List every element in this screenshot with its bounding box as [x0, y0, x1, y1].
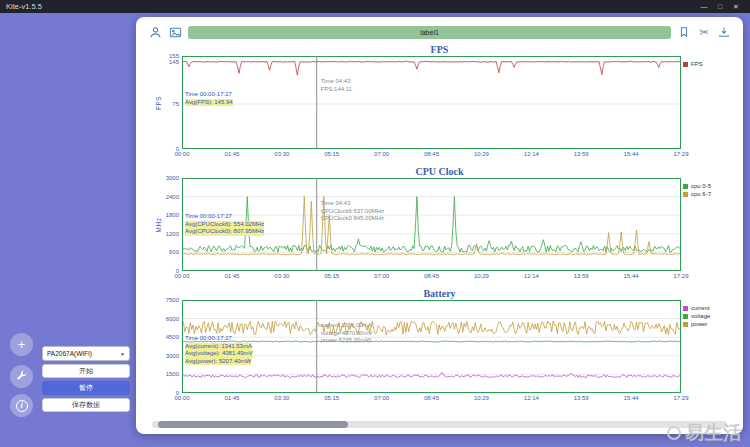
- x-tick-label: 12:14: [524, 273, 539, 279]
- plot-area: [182, 56, 681, 149]
- close-button[interactable]: ✕: [728, 3, 744, 11]
- y-tick-label: 600: [169, 249, 179, 255]
- cursor-tooltip: Time 04:43CPUClock6 537.00MHzCPUClock0 8…: [321, 200, 384, 223]
- y-tick-label: 7500: [166, 297, 179, 303]
- window-title: Kite-v1.5.5: [6, 2, 696, 11]
- x-tick-label: 08:45: [424, 395, 439, 401]
- scrollbar-thumb[interactable]: [158, 421, 348, 428]
- main-card: label1 ✂ FPS 07514515500:0001:4503:3005:…: [136, 17, 743, 434]
- y-tick-label: 3000: [166, 175, 179, 181]
- maximize-button[interactable]: □: [712, 3, 728, 10]
- legend-item: cpu 0-5: [683, 183, 733, 189]
- x-tick-label: 13:59: [574, 273, 589, 279]
- x-tick-label: 01:45: [224, 273, 239, 279]
- summary-tooltip: Time 00:00-17:27Avg(current): 1341.53mAA…: [185, 335, 253, 365]
- x-tick-label: 07:00: [374, 273, 389, 279]
- chart-section-battery: Battery 01500300045006000750000:0001:450…: [144, 287, 735, 407]
- summary-line: Avg(CPUClock0): 807.95MHz: [185, 228, 264, 236]
- wrench-icon: [16, 369, 28, 384]
- summary-tooltip: Time 00:00-17:27Avg(FPS): 145.94: [185, 91, 233, 106]
- series-line-current: [182, 373, 681, 378]
- summary-line: Avg(power): 5207.40mW: [185, 358, 251, 366]
- x-tick-label: 15:44: [624, 273, 639, 279]
- charts-container: FPS 07514515500:0001:4503:3005:1507:0008…: [142, 42, 737, 417]
- summary-line: Avg(voltage): 4081.49mV: [185, 350, 253, 358]
- y-axis-label: MHz: [155, 217, 162, 232]
- summary-line: Avg(FPS): 145.94: [185, 99, 233, 107]
- summary-line: Time 00:00-17:27: [185, 91, 232, 99]
- horizontal-scrollbar[interactable]: [152, 421, 727, 428]
- legend-swatch: [683, 322, 688, 327]
- summary-line: Time 00:00-17:27: [185, 335, 232, 343]
- x-tick-label: 03:30: [274, 273, 289, 279]
- x-tick-label: 08:45: [424, 151, 439, 157]
- screenshot-icon[interactable]: [168, 25, 182, 39]
- label-text: label1: [420, 29, 439, 36]
- summary-line: Avg(current): 1341.53mA: [185, 343, 252, 351]
- chart-canvas-cpu-clock[interactable]: 0600120018002400300000:0001:4503:3005:15…: [182, 178, 681, 271]
- legend-swatch: [683, 306, 688, 311]
- legend-label: FPS: [691, 61, 703, 67]
- series-line-voltage: [182, 341, 681, 342]
- plus-icon: +: [18, 337, 26, 352]
- x-tick-label: 15:44: [624, 395, 639, 401]
- legend-item: cpu 6-7: [683, 191, 733, 197]
- export-icon[interactable]: [717, 25, 731, 39]
- add-button[interactable]: +: [10, 333, 33, 356]
- chart-title-battery: Battery: [144, 287, 735, 300]
- y-axis-label: FPS: [155, 95, 162, 109]
- legend-label: cpu 6-7: [691, 191, 711, 197]
- x-tick-label: 07:00: [374, 151, 389, 157]
- y-tick-label: 1200: [166, 231, 179, 237]
- info-button[interactable]: i: [10, 394, 33, 417]
- label-input[interactable]: label1: [188, 26, 671, 39]
- legend-swatch: [683, 62, 688, 67]
- x-tick-label: 17:29: [673, 151, 688, 157]
- scissors-icon[interactable]: ✂: [697, 25, 711, 39]
- device-select-value: PA2067A(WIFI): [47, 350, 92, 357]
- chart-title-fps: FPS: [144, 43, 735, 56]
- device-select[interactable]: PA2067A(WIFI) ▼: [42, 346, 130, 361]
- cursor-line: current 1364.00mA: [321, 322, 373, 330]
- save-data-button[interactable]: 保存数据: [42, 398, 130, 412]
- y-tick-label: 2400: [166, 194, 179, 200]
- cursor-line: CPUClock0 845.00MHz: [321, 215, 384, 223]
- chart-legend-fps: FPS: [683, 61, 733, 69]
- user-icon[interactable]: [148, 25, 162, 39]
- x-tick-label: 13:59: [574, 151, 589, 157]
- x-tick-label: 01:45: [224, 151, 239, 157]
- series-line-power: [182, 321, 681, 335]
- bookmark-icon[interactable]: [677, 25, 691, 39]
- watermark: 易生活: [667, 420, 742, 446]
- legend-item: power: [683, 321, 733, 327]
- info-icon: i: [16, 400, 28, 412]
- x-tick-label: 03:30: [274, 151, 289, 157]
- chart-canvas-battery[interactable]: 01500300045006000750000:0001:4503:3005:1…: [182, 300, 681, 393]
- x-tick-label: 10:29: [474, 151, 489, 157]
- chevron-down-icon: ▼: [120, 351, 125, 357]
- x-tick-label: 17:29: [673, 273, 688, 279]
- legend-label: cpu 0-5: [691, 183, 711, 189]
- legend-label: voltage: [691, 313, 710, 319]
- summary-line: Avg(CPUClock6): 554.02MHz: [185, 221, 264, 229]
- legend-item: current: [683, 305, 733, 311]
- legend-item: voltage: [683, 313, 733, 319]
- cursor-tooltip: Time 04:43FPS:144.11: [321, 78, 352, 93]
- x-tick-label: 00:00: [174, 273, 189, 279]
- x-tick-label: 10:29: [474, 273, 489, 279]
- legend-label: power: [691, 321, 707, 327]
- x-tick-label: 08:45: [424, 273, 439, 279]
- x-tick-label: 05:15: [324, 395, 339, 401]
- start-button[interactable]: 开始: [42, 364, 130, 378]
- x-tick-label: 17:29: [673, 395, 688, 401]
- settings-button[interactable]: [10, 365, 33, 388]
- y-tick-label: 3000: [166, 353, 179, 359]
- y-tick-label: 75: [172, 101, 179, 107]
- y-tick-label: 155: [169, 53, 179, 59]
- card-toolbar: label1 ✂: [142, 22, 737, 42]
- x-tick-label: 00:00: [174, 151, 189, 157]
- chart-canvas-fps[interactable]: 07514515500:0001:4503:3005:1507:0008:451…: [182, 56, 681, 149]
- legend-label: current: [691, 305, 710, 311]
- minimize-button[interactable]: —: [696, 3, 712, 10]
- pause-button[interactable]: 暂停: [42, 381, 130, 395]
